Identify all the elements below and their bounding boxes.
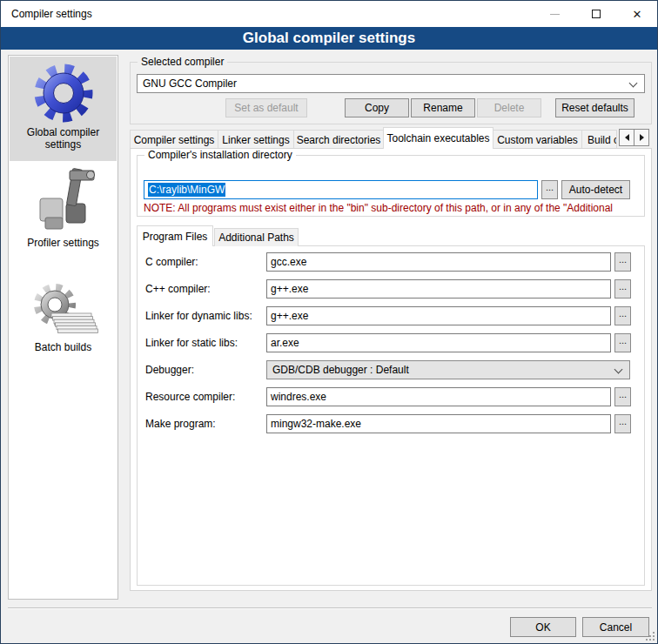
tab-scroll-buttons [619, 129, 648, 146]
debugger-label: Debugger: [145, 360, 265, 379]
reset-defaults-button[interactable]: Reset defaults [555, 98, 634, 117]
sidebar-item-label: Global compiler settings [10, 126, 117, 151]
note-text: NOTE: All programs must exist either in … [144, 202, 640, 214]
linker-dynamic-browse-button[interactable]: ... [614, 306, 631, 325]
maximize-icon [592, 10, 601, 18]
sidebar-item-global-compiler-settings[interactable]: Global compiler settings [10, 57, 117, 161]
debugger-value: GDB/CDB debugger : Default [272, 364, 409, 376]
linker-static-label: Linker for static libs: [145, 333, 265, 352]
triangle-right-icon [640, 134, 644, 141]
dialog-header: Global compiler settings [1, 27, 657, 50]
cpp-compiler-input[interactable]: g++.exe [266, 279, 611, 299]
tab-scroll-left-button[interactable] [619, 129, 634, 146]
rename-button[interactable]: Rename [411, 98, 475, 117]
resize-grip[interactable] [646, 632, 655, 641]
sidebar-item-label: Batch builds [10, 341, 117, 353]
subtab-program-files[interactable]: Program Files [137, 225, 213, 246]
auto-detect-button[interactable]: Auto-detect [561, 180, 630, 199]
sidebar-item-batch-builds[interactable]: Batch builds [10, 278, 117, 374]
tab-compiler-settings[interactable]: Compiler settings [130, 130, 218, 149]
installation-directory-value: C:\raylib\MinGW [148, 183, 225, 197]
linker-static-value: ar.exe [271, 337, 299, 349]
resource-compiler-input[interactable]: windres.exe [266, 387, 611, 406]
make-program-value: mingw32-make.exe [271, 418, 361, 430]
set-as-default-button[interactable]: Set as default [225, 98, 307, 117]
triangle-left-icon [625, 134, 629, 141]
group-legend: Selected compiler [138, 56, 227, 68]
cancel-button[interactable]: Cancel [582, 617, 649, 637]
linker-static-browse-button[interactable]: ... [614, 333, 631, 352]
tab-toolchain-executables[interactable]: Toolchain executables [383, 127, 494, 149]
caliper-blocks-icon [30, 165, 97, 237]
chevron-down-icon [614, 366, 623, 374]
delete-button[interactable]: Delete [477, 98, 541, 117]
linker-dynamic-label: Linker for dynamic libs: [145, 306, 265, 325]
close-button[interactable]: ✕ [617, 1, 657, 27]
settings-sidebar: Global compiler settings Profiler settin… [8, 55, 118, 600]
cpp-compiler-label: C++ compiler: [145, 279, 265, 299]
c-compiler-browse-button[interactable]: ... [614, 252, 631, 272]
linker-dynamic-input[interactable]: g++.exe [266, 306, 611, 325]
tab-build-options[interactable]: Build options [581, 130, 617, 149]
close-icon: ✕ [633, 9, 642, 20]
tab-linker-settings[interactable]: Linker settings [218, 130, 294, 149]
blue-gear-icon [30, 60, 97, 126]
installation-directory-input[interactable]: C:\raylib\MinGW [144, 180, 538, 199]
c-compiler-input[interactable]: gcc.exe [266, 252, 611, 272]
debugger-select[interactable]: GDB/CDB debugger : Default [266, 360, 630, 379]
tab-search-directories[interactable]: Search directories [293, 130, 384, 149]
group-legend: Compiler's installation directory [144, 149, 296, 161]
sidebar-item-profiler-settings[interactable]: Profiler settings [10, 165, 117, 254]
minimize-button[interactable] [534, 1, 574, 27]
sidebar-item-label: Profiler settings [10, 237, 117, 249]
resource-compiler-label: Resource compiler: [145, 387, 265, 406]
maximize-button[interactable] [576, 1, 616, 27]
copy-button[interactable]: Copy [345, 98, 409, 117]
tab-scroll-right-button[interactable] [634, 129, 649, 146]
make-program-label: Make program: [145, 414, 265, 433]
make-program-input[interactable]: mingw32-make.exe [266, 414, 611, 433]
c-compiler-label: C compiler: [145, 252, 265, 272]
gray-gear-stack-icon [29, 282, 98, 341]
minimize-icon [550, 14, 560, 15]
linker-static-input[interactable]: ar.exe [266, 333, 611, 352]
browse-directory-button[interactable]: ... [541, 180, 558, 199]
settings-tabstrip: Compiler settings Linker settings Search… [130, 127, 619, 149]
cpp-compiler-browse-button[interactable]: ... [614, 279, 631, 299]
ok-button[interactable]: OK [510, 617, 576, 637]
resource-compiler-browse-button[interactable]: ... [614, 387, 631, 406]
resource-compiler-value: windres.exe [271, 391, 326, 403]
tab-custom-variables[interactable]: Custom variables [493, 130, 582, 149]
linker-dynamic-value: g++.exe [271, 310, 308, 322]
titlebar: Compiler settings ✕ [1, 1, 657, 27]
c-compiler-value: gcc.exe [271, 256, 306, 268]
chevron-down-icon [629, 79, 638, 88]
window-title: Compiler settings [11, 1, 92, 27]
subtab-additional-paths[interactable]: Additional Paths [214, 228, 299, 246]
compiler-select-value: GNU GCC Compiler [143, 77, 237, 90]
compiler-select[interactable]: GNU GCC Compiler [137, 74, 645, 93]
cpp-compiler-value: g++.exe [271, 283, 308, 295]
make-program-browse-button[interactable]: ... [614, 414, 631, 433]
compiler-settings-window: Compiler settings ✕ Global compiler sett… [0, 0, 658, 644]
page-title: Global compiler settings [243, 30, 415, 46]
footer-divider [8, 607, 652, 609]
